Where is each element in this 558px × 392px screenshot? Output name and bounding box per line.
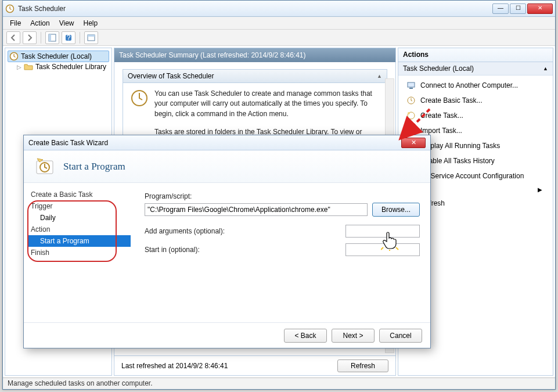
wizard-icon [34, 156, 55, 177]
svg-text:?: ? [67, 34, 71, 42]
nav-finish[interactable]: Finish [27, 247, 131, 258]
nav-action[interactable]: Action [27, 224, 131, 235]
program-input[interactable] [145, 203, 368, 216]
cancel-button[interactable]: Cancel [379, 329, 422, 343]
actions-header: Actions [398, 48, 553, 62]
show-hide-tree-button[interactable] [45, 31, 59, 44]
arguments-label: Add arguments (optional): [145, 227, 225, 235]
task-icon [406, 111, 416, 120]
summary-footer: Last refreshed at 2014/9/2 8:46:41 Refre… [114, 355, 395, 375]
wizard-nav: Create a Basic Task Trigger Daily Action… [24, 183, 134, 322]
help-button[interactable]: ? [62, 31, 75, 44]
dialog-close-button[interactable]: ✕ [401, 138, 426, 148]
nav-start-program[interactable]: Start a Program [27, 235, 131, 247]
dialog-title: Create Basic Task Wizard [28, 139, 401, 147]
collapse-icon[interactable]: ▲ [543, 66, 548, 71]
clock-icon [9, 52, 19, 61]
svg-rect-2 [49, 34, 51, 41]
actions-subheader: Task Scheduler (Local) ▲ [398, 62, 553, 75]
overview-section: Overview of Task Scheduler ▲ You can use… [123, 69, 387, 144]
chevron-right-icon: ▶ [538, 186, 542, 193]
computer-icon [406, 81, 416, 90]
wizard-icon [406, 96, 416, 105]
wizard-dialog: Create Basic Task Wizard ✕ Start a Progr… [23, 135, 431, 348]
action-create-basic-task[interactable]: Create Basic Task... [398, 93, 553, 108]
summary-header: Task Scheduler Summary (Last refreshed: … [114, 48, 395, 62]
last-refreshed-label: Last refreshed at 2014/9/2 8:46:41 [121, 362, 228, 370]
dialog-header: Start a Program [24, 150, 430, 183]
clock-icon [130, 89, 149, 107]
overview-title: Overview of Task Scheduler [128, 72, 214, 80]
startin-input[interactable] [345, 243, 420, 256]
startin-label: Start in (optional): [145, 246, 200, 254]
tree-root-label: Task Scheduler (Local) [21, 52, 92, 60]
dialog-titlebar[interactable]: Create Basic Task Wizard ✕ [24, 135, 430, 150]
titlebar[interactable]: Task Scheduler — ☐ ✕ [3, 1, 555, 17]
menu-file[interactable]: File [5, 17, 26, 29]
maximize-button[interactable]: ☐ [510, 3, 526, 14]
expand-icon[interactable]: ▷ [17, 64, 21, 70]
clock-icon [5, 4, 15, 13]
tree-library[interactable]: ▷ Task Scheduler Library [8, 62, 109, 71]
minimize-button[interactable]: — [492, 3, 509, 14]
arguments-input[interactable] [345, 225, 420, 238]
nav-trigger[interactable]: Trigger [27, 200, 131, 212]
window-title: Task Scheduler [18, 5, 492, 13]
toolbar: ? [3, 30, 555, 46]
menubar: File Action View Help [3, 17, 555, 30]
menu-help[interactable]: Help [79, 17, 103, 29]
back-button[interactable]: < Back [284, 329, 327, 343]
wizard-form: Program/script: Browse... Add arguments … [134, 183, 430, 322]
collapse-icon[interactable]: ▲ [377, 73, 382, 79]
folder-icon [24, 62, 33, 71]
svg-rect-9 [408, 82, 415, 87]
nav-daily[interactable]: Daily [27, 212, 131, 224]
action-create-task[interactable]: Create Task... [398, 108, 553, 123]
close-button[interactable]: ✕ [527, 3, 553, 14]
tree-root[interactable]: Task Scheduler (Local) [8, 51, 109, 62]
import-icon [406, 126, 416, 135]
statusbar: Manage scheduled tasks on another comput… [3, 377, 555, 389]
svg-point-13 [408, 112, 410, 114]
dialog-buttons: < Back Next > Cancel [24, 322, 430, 348]
overview-text-1: You can use Task Scheduler to create and… [154, 89, 380, 119]
next-button[interactable]: Next > [332, 329, 375, 343]
action-connect[interactable]: Connect to Another Computer... [398, 78, 553, 93]
browse-button[interactable]: Browse... [372, 203, 420, 217]
forward-button[interactable] [23, 31, 37, 44]
dialog-heading: Start a Program [63, 161, 125, 172]
program-label: Program/script: [145, 192, 420, 200]
properties-button[interactable] [84, 31, 98, 44]
svg-rect-10 [409, 88, 413, 89]
back-button[interactable] [6, 31, 20, 44]
tree-library-label: Task Scheduler Library [35, 63, 106, 71]
refresh-button[interactable]: Refresh [337, 359, 388, 372]
nav-create-task[interactable]: Create a Basic Task [27, 189, 131, 200]
menu-action[interactable]: Action [26, 17, 54, 29]
svg-rect-6 [88, 35, 95, 37]
menu-view[interactable]: View [55, 17, 79, 29]
